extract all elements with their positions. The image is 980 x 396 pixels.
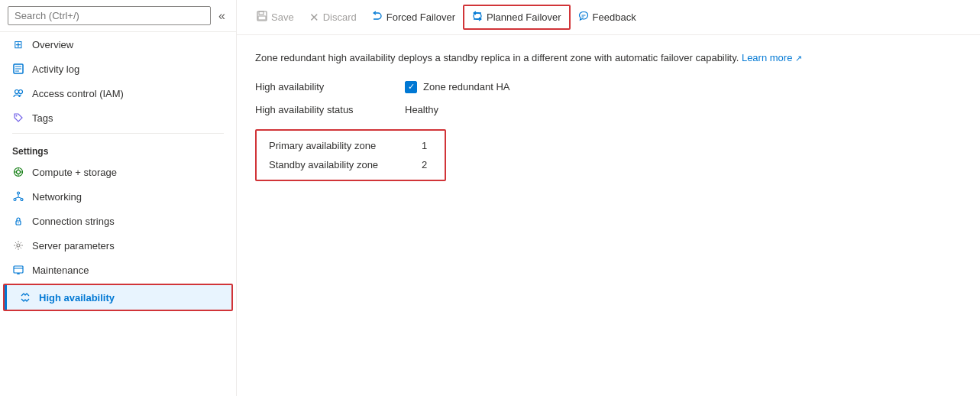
feedback-icon bbox=[578, 11, 589, 24]
description-main: Zone redundant high availability deploys… bbox=[255, 52, 739, 63]
settings-section-label: Settings bbox=[0, 137, 236, 160]
forced-failover-icon bbox=[372, 11, 383, 24]
discard-label: Discard bbox=[323, 11, 357, 23]
sidebar-item-high-availability[interactable]: High availability bbox=[5, 285, 231, 310]
discard-button[interactable]: ✕ Discard bbox=[302, 6, 364, 29]
maintenance-icon bbox=[12, 264, 24, 276]
learn-more-link[interactable]: Learn more bbox=[742, 52, 792, 63]
save-label: Save bbox=[271, 11, 294, 23]
sidebar: « ⊞ Overview Activity log bbox=[0, 0, 237, 396]
high-availability-border: High availability bbox=[3, 284, 233, 311]
feedback-label: Feedback bbox=[593, 11, 636, 23]
sidebar-nav: ⊞ Overview Activity log bbox=[0, 32, 236, 396]
high-availability-icon bbox=[19, 291, 31, 303]
ha-value-text: Zone redundant HA bbox=[423, 81, 509, 93]
primary-zone-value: 1 bbox=[422, 140, 427, 151]
sidebar-item-activity-log[interactable]: Activity log bbox=[0, 57, 236, 81]
primary-zone-row: Primary availability zone 1 bbox=[269, 140, 432, 151]
save-button[interactable]: Save bbox=[249, 6, 302, 28]
svg-point-15 bbox=[21, 199, 23, 201]
ha-value: ✓ Zone redundant HA bbox=[405, 81, 509, 93]
connection-strings-icon bbox=[12, 215, 24, 227]
save-icon bbox=[257, 11, 267, 24]
standby-zone-label: Standby availability zone bbox=[269, 159, 422, 170]
sidebar-item-overview[interactable]: ⊞ Overview bbox=[0, 32, 236, 57]
content-area: Zone redundant high availability deploys… bbox=[237, 35, 980, 396]
svg-point-6 bbox=[16, 115, 18, 117]
search-bar: « bbox=[0, 0, 236, 32]
sidebar-item-label: Connection strings bbox=[32, 216, 115, 227]
sidebar-item-maintenance[interactable]: Maintenance bbox=[0, 258, 236, 282]
feedback-button[interactable]: Feedback bbox=[571, 6, 644, 28]
sidebar-item-label: Access control (IAM) bbox=[32, 88, 124, 99]
sidebar-item-label: High availability bbox=[39, 292, 115, 303]
sidebar-item-label: Overview bbox=[32, 39, 73, 50]
external-link-icon: ↗ bbox=[795, 54, 802, 63]
svg-rect-28 bbox=[258, 16, 266, 20]
svg-point-21 bbox=[17, 244, 20, 247]
status-text: Healthy bbox=[405, 104, 438, 115]
planned-failover-button[interactable]: Planned Failover bbox=[464, 6, 569, 28]
status-label: High availability status bbox=[255, 104, 393, 115]
discard-icon: ✕ bbox=[309, 11, 319, 24]
svg-point-20 bbox=[18, 222, 19, 224]
sidebar-item-label: Maintenance bbox=[32, 265, 89, 276]
sidebar-item-server-parameters[interactable]: Server parameters bbox=[0, 233, 236, 258]
svg-point-13 bbox=[18, 192, 20, 194]
sidebar-item-networking[interactable]: Networking bbox=[0, 184, 236, 209]
svg-point-8 bbox=[17, 170, 21, 174]
access-control-icon bbox=[12, 87, 24, 99]
sidebar-item-compute-storage[interactable]: Compute + storage bbox=[0, 160, 236, 184]
forced-failover-label: Forced Failover bbox=[387, 11, 455, 23]
svg-point-5 bbox=[19, 90, 23, 94]
svg-rect-22 bbox=[14, 266, 23, 273]
ha-checkbox[interactable]: ✓ bbox=[405, 81, 417, 93]
sidebar-item-label: Networking bbox=[32, 191, 82, 203]
search-input[interactable] bbox=[8, 6, 211, 25]
collapse-button[interactable]: « bbox=[215, 8, 228, 24]
sidebar-item-tags[interactable]: Tags bbox=[0, 105, 236, 130]
overview-icon: ⊞ bbox=[12, 38, 24, 50]
tags-icon bbox=[12, 112, 24, 124]
settings-divider bbox=[12, 133, 224, 134]
svg-line-18 bbox=[18, 197, 22, 199]
activity-log-icon bbox=[12, 63, 24, 75]
planned-failover-label: Planned Failover bbox=[487, 11, 561, 23]
svg-rect-27 bbox=[259, 11, 264, 15]
svg-line-17 bbox=[15, 197, 19, 199]
status-field: High availability status Healthy bbox=[255, 104, 962, 115]
sidebar-item-label: Tags bbox=[32, 112, 53, 124]
sidebar-item-label: Activity log bbox=[32, 63, 79, 75]
sidebar-item-label: Compute + storage bbox=[32, 167, 117, 178]
main-content: Save ✕ Discard Forced Failover bbox=[237, 0, 980, 396]
sidebar-item-label: Server parameters bbox=[32, 240, 115, 252]
standby-zone-value: 2 bbox=[422, 159, 427, 170]
planned-failover-icon bbox=[472, 11, 483, 24]
description-text: Zone redundant high availability deploys… bbox=[255, 50, 962, 66]
compute-storage-icon bbox=[12, 166, 24, 178]
server-parameters-icon bbox=[12, 239, 24, 252]
svg-point-4 bbox=[15, 90, 19, 94]
sidebar-item-access-control[interactable]: Access control (IAM) bbox=[0, 81, 236, 105]
status-value: Healthy bbox=[405, 104, 438, 115]
zone-info-box: Primary availability zone 1 Standby avai… bbox=[255, 129, 446, 181]
high-availability-field: High availability ✓ Zone redundant HA bbox=[255, 81, 962, 93]
ha-label: High availability bbox=[255, 81, 393, 93]
networking-icon bbox=[12, 190, 24, 203]
standby-zone-row: Standby availability zone 2 bbox=[269, 159, 432, 170]
planned-failover-highlight: Planned Failover bbox=[463, 5, 571, 30]
toolbar: Save ✕ Discard Forced Failover bbox=[237, 0, 980, 35]
sidebar-item-connection-strings[interactable]: Connection strings bbox=[0, 209, 236, 233]
svg-point-14 bbox=[14, 199, 16, 201]
forced-failover-button[interactable]: Forced Failover bbox=[364, 6, 463, 28]
primary-zone-label: Primary availability zone bbox=[269, 140, 422, 151]
